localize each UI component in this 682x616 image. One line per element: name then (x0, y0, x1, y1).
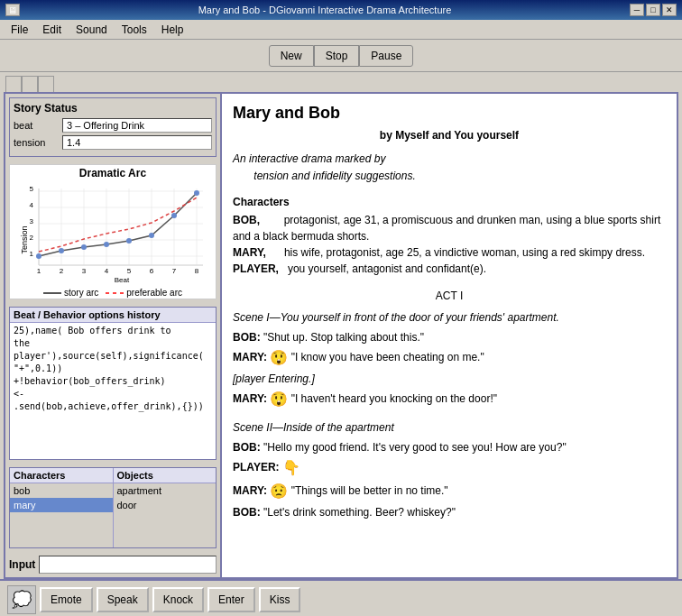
story-status-panel: Story Status beat 3 – Offering Drink ten… (9, 97, 217, 157)
svg-text:7: 7 (172, 267, 177, 275)
chars-objects-panel: Characters bob mary Objects apartment do… (9, 467, 217, 548)
character-bob[interactable]: bob (10, 483, 113, 498)
dialogue-player-1: PLAYER: 👇 (233, 457, 666, 479)
emote-button[interactable]: Emote (40, 587, 93, 612)
knock-button[interactable]: Knock (152, 587, 204, 612)
behavior-line-4: "+",0.1)) (14, 363, 212, 375)
svg-text:5: 5 (30, 185, 34, 193)
tab-1[interactable] (5, 76, 22, 92)
enter-button[interactable]: Enter (207, 587, 255, 612)
svg-point-35 (149, 233, 154, 238)
menu-file[interactable]: File (4, 22, 35, 38)
story-status-title: Story Status (14, 102, 212, 115)
menu-bar: File Edit Sound Tools Help (0, 20, 682, 40)
story-arc-line-icon (43, 292, 61, 294)
object-apartment[interactable]: apartment (114, 483, 217, 498)
svg-text:3: 3 (30, 217, 34, 225)
drama-description: An interactive drama marked by tension a… (233, 151, 666, 185)
beat-row: beat 3 – Offering Drink (14, 118, 212, 133)
dramatic-arc-chart: Dramatic Arc Tension 5 4 3 2 1 (9, 164, 217, 299)
dialogue-mary-3: MARY: 😟 "Things will be better in no tim… (233, 481, 666, 502)
pause-button[interactable]: Pause (359, 45, 413, 67)
menu-edit[interactable]: Edit (35, 22, 69, 38)
dialogue-bob-2: BOB: "Hello my good friend. It's very go… (233, 439, 666, 455)
kiss-button[interactable]: Kiss (259, 587, 301, 612)
svg-text:1: 1 (37, 267, 41, 275)
close-button[interactable]: ✕ (662, 4, 677, 16)
toolbar: New Stop Pause (0, 40, 682, 72)
new-button[interactable]: New (269, 45, 314, 67)
maximize-button[interactable]: □ (646, 4, 660, 16)
svg-text:6: 6 (150, 267, 154, 275)
objects-header: Objects (114, 468, 217, 483)
tension-label: tension (14, 137, 59, 148)
dialogue-bob-3: BOB: "Let's drink something. Beer? whisk… (233, 504, 666, 520)
scene2-description: Scene II—Inside of the apartment (233, 419, 666, 436)
svg-text:4: 4 (105, 267, 109, 275)
thought-bubble-icon: 💭 (7, 585, 36, 614)
chart-title: Dramatic Arc (10, 165, 216, 179)
svg-text:2: 2 (60, 267, 64, 275)
behavior-line-2: the (14, 337, 212, 350)
dialogue-mary-1: MARY: 😲 "I know you have been cheating o… (233, 347, 666, 369)
legend-story-arc: story arc (43, 288, 98, 298)
input-row: Input (9, 556, 217, 574)
behavior-line-7: .send(bob,achieve,offer_drink),{})) (14, 400, 212, 413)
menu-tools[interactable]: Tools (115, 22, 154, 38)
player-action: [player Entering.] (233, 371, 666, 387)
svg-point-33 (104, 242, 109, 247)
behavior-line-6: <- (14, 388, 212, 400)
svg-point-34 (126, 238, 132, 244)
characters-header: Characters (10, 468, 113, 483)
left-panel: Story Status beat 3 – Offering Drink ten… (5, 94, 222, 577)
behavior-line-1: 25),name( Bob offers drink to (14, 325, 212, 337)
drama-subtitle: by Myself and You yourself (233, 127, 666, 143)
svg-point-37 (194, 190, 199, 196)
speak-button[interactable]: Speak (97, 587, 149, 612)
behavior-history-content[interactable]: 25),name( Bob offers drink to the player… (10, 323, 216, 459)
svg-text:8: 8 (195, 267, 199, 275)
svg-text:2: 2 (30, 234, 34, 242)
beat-label: beat (14, 120, 59, 131)
svg-point-31 (59, 248, 64, 253)
preferable-arc-line-icon (106, 292, 124, 294)
legend-preferable-label: preferable arc (126, 288, 182, 298)
objects-column: Objects apartment door (114, 468, 217, 547)
bottom-bar: 💭 Emote Speak Knock Enter Kiss (0, 579, 682, 616)
legend-story-label: story arc (64, 288, 98, 298)
stop-button[interactable]: Stop (314, 45, 360, 67)
characters-column: Characters bob mary (10, 468, 114, 547)
tension-row: tension 1.4 (14, 135, 212, 150)
tab-3[interactable] (38, 76, 54, 92)
tab-bar (0, 72, 682, 92)
svg-text:5: 5 (127, 267, 132, 275)
minimize-button[interactable]: ─ (630, 4, 644, 16)
title-bar: 🖥 Mary and Bob - DGiovanni Interactive D… (0, 0, 682, 20)
svg-point-30 (36, 253, 41, 259)
behavior-line-5: +!behavior(bob_offers_drink) (14, 375, 212, 388)
input-label: Input (9, 558, 35, 571)
tab-2[interactable] (22, 76, 38, 92)
characters-text: BOB, protagonist, age 31, a promiscuous … (233, 212, 666, 277)
dialogue-bob-1: BOB: "Shut up. Stop talking about this." (233, 329, 666, 345)
menu-help[interactable]: Help (154, 22, 191, 38)
drama-content: Mary and Bob by Myself and You yourself … (222, 94, 677, 577)
object-door[interactable]: door (114, 498, 217, 512)
scene1-description: Scene I—You yourself in front of the doo… (233, 309, 666, 326)
system-menu-icon[interactable]: 🖥 (5, 4, 20, 16)
behavior-history-title: Beat / Behavior options history (10, 308, 216, 323)
menu-sound[interactable]: Sound (69, 22, 115, 38)
chart-legend: story arc preferable arc (10, 288, 216, 299)
svg-text:4: 4 (30, 201, 34, 209)
character-mary[interactable]: mary (10, 498, 113, 512)
tension-value: 1.4 (62, 135, 212, 150)
dialogue-mary-2: MARY: 😲 "I haven't heard you knocking on… (233, 389, 666, 410)
behavior-history-text: 25),name( Bob offers drink to the player… (10, 323, 216, 415)
right-panel: Mary and Bob by Myself and You yourself … (222, 94, 677, 577)
legend-preferable-arc: preferable arc (106, 288, 182, 298)
window-title: Mary and Bob - DGiovanni Interactive Dra… (20, 5, 630, 15)
svg-text:Beat: Beat (115, 276, 130, 284)
input-field[interactable] (39, 556, 217, 574)
svg-text:1: 1 (30, 250, 34, 258)
drama-title: Mary and Bob (233, 101, 666, 125)
